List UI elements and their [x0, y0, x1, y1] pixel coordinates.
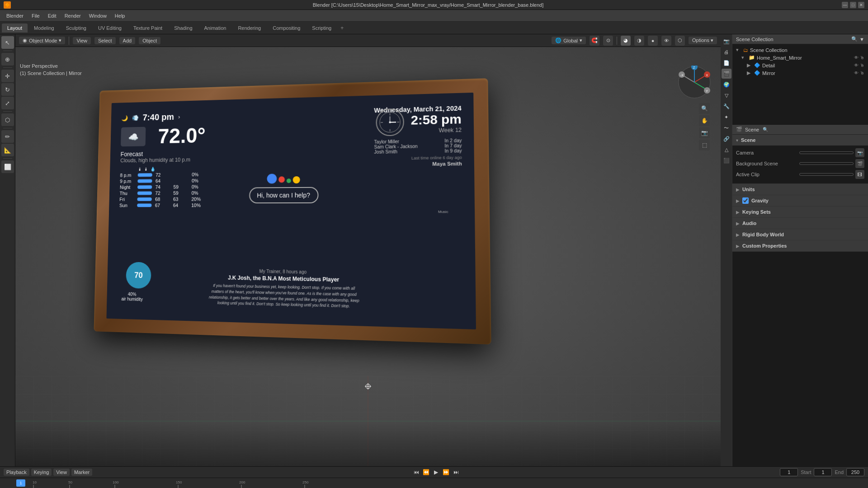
snap-toggle[interactable]: 🧲	[590, 36, 599, 46]
select-tool-button[interactable]: ↖	[1, 36, 14, 49]
play-button[interactable]: ▶	[432, 468, 440, 476]
background-scene-input[interactable]	[799, 162, 854, 165]
tab-rendering[interactable]: Rendering	[232, 23, 266, 33]
tab-compositing[interactable]: Compositing	[267, 23, 306, 33]
gravity-checkbox[interactable]	[742, 197, 749, 204]
transform-tool-button[interactable]: ⬡	[1, 113, 14, 126]
audio-section-header[interactable]: ▶ Audio	[732, 218, 868, 229]
collection-view-button[interactable]: ⬚	[699, 140, 710, 150]
minimize-button[interactable]: —	[842, 2, 848, 8]
move-tool-button[interactable]: ✛	[1, 70, 14, 82]
viewport-shading-material[interactable]: ◑	[634, 36, 644, 46]
modifier-properties-icon[interactable]: 🔧	[722, 101, 731, 111]
object-mode-selector[interactable]: ◉ Object Mode ▾	[19, 37, 65, 44]
maximize-button[interactable]: □	[850, 2, 856, 8]
scale-tool-button[interactable]: ⤢	[1, 97, 14, 109]
rigid-body-world-section-header[interactable]: ▶ Rigid Body World	[732, 229, 868, 240]
constraints-properties-icon[interactable]: 🔗	[722, 134, 731, 144]
3d-cursor[interactable]	[365, 383, 371, 389]
menu-render[interactable]: Render	[61, 12, 85, 19]
physics-properties-icon[interactable]: 〜	[722, 123, 731, 133]
prev-frame-button[interactable]: ⏪	[422, 468, 430, 476]
outliner-detail[interactable]: ▶ 🔷 Detail 👁 🖱	[734, 61, 866, 69]
active-clip-input[interactable]	[799, 173, 854, 176]
tab-sculpting[interactable]: Sculpting	[61, 23, 92, 33]
material-properties-icon[interactable]: ⬛	[722, 155, 731, 165]
tab-layout[interactable]: Layout	[2, 23, 28, 33]
start-frame-input[interactable]: 1	[814, 468, 832, 476]
outliner-search-icon[interactable]: 🔍	[851, 36, 858, 42]
view-menu[interactable]: View	[73, 37, 91, 44]
mirror-visibility[interactable]: 👁 🖱	[854, 70, 864, 75]
outliner-home-smart-mirror[interactable]: ▾ 📁 Home_Smart_Mirror 👁 🖱	[734, 54, 866, 61]
camera-input[interactable]	[799, 151, 854, 154]
viewport-shading-rendered[interactable]: ●	[648, 36, 658, 46]
active-clip-picker-btn[interactable]: 🎞	[855, 170, 864, 179]
playback-menu[interactable]: Playback	[4, 469, 29, 476]
visibility-icons[interactable]: 👁 🖱	[854, 55, 864, 60]
viewport-shading-solid[interactable]: ◕	[621, 36, 631, 46]
marker-menu[interactable]: Marker	[71, 469, 92, 476]
viewport-3d-content[interactable]: User Perspective (1) Scene Collection | …	[15, 47, 721, 466]
transform-global-selector[interactable]: 🌐 Global ▾	[552, 37, 586, 44]
data-properties-icon[interactable]: △	[722, 145, 731, 155]
detail-visibility[interactable]: 👁 🖱	[854, 63, 864, 68]
menu-blender[interactable]: Blender	[3, 12, 27, 19]
camera-picker-btn[interactable]: 📷	[855, 148, 864, 157]
options-menu[interactable]: Options ▾	[689, 37, 717, 44]
add-menu[interactable]: Add	[119, 37, 136, 44]
viewport[interactable]: ◉ Object Mode ▾ View Select Add Object 🌐…	[15, 34, 721, 466]
zoom-viewport-button[interactable]: 🔍	[699, 103, 710, 114]
gravity-section-header[interactable]: ▶ Gravity	[732, 195, 868, 206]
camera-view-button[interactable]: 📷	[699, 127, 710, 138]
menu-edit[interactable]: Edit	[44, 12, 60, 19]
navigation-gizmo[interactable]: X -X Y Z	[678, 66, 712, 99]
rotate-tool-button[interactable]: ↻	[1, 83, 14, 96]
next-frame-button[interactable]: ⏩	[442, 468, 450, 476]
mirror-frame-object[interactable]: 🌙 💨 7:40 pm › ☁️ 72.0°	[85, 83, 481, 336]
end-frame-input[interactable]: 250	[846, 468, 864, 476]
pan-viewport-button[interactable]: ✋	[699, 115, 710, 126]
background-scene-picker-btn[interactable]: 🎬	[855, 159, 864, 168]
tab-shading[interactable]: Shading	[169, 23, 198, 33]
window-controls[interactable]: — □ ✕	[842, 2, 864, 8]
viewport-overlays-toggle[interactable]: 👁	[661, 36, 671, 46]
render-properties-icon[interactable]: 📷	[722, 36, 731, 46]
menu-window[interactable]: Window	[85, 12, 110, 19]
keying-sets-section-header[interactable]: ▶ Keying Sets	[732, 206, 868, 217]
proportional-edit-toggle[interactable]: ⊙	[603, 36, 613, 46]
world-properties-icon[interactable]: 🌍	[722, 80, 731, 89]
outliner-scene-collection[interactable]: ▾ 🗂 Scene Collection	[734, 46, 866, 54]
outliner-filter-icon[interactable]: ▼	[859, 37, 864, 42]
timeline-ruler[interactable]: 1 10 50 100 150 200 250	[0, 478, 868, 488]
keying-menu[interactable]: Keying	[31, 469, 52, 476]
tab-texture-paint[interactable]: Texture Paint	[128, 23, 168, 33]
output-properties-icon[interactable]: 🖨	[722, 47, 731, 57]
tab-uv-editing[interactable]: UV Editing	[93, 23, 127, 33]
view-layer-properties-icon[interactable]: 📄	[722, 58, 731, 68]
particles-properties-icon[interactable]: ✦	[722, 112, 731, 122]
jump-start-button[interactable]: ⏮	[412, 468, 420, 476]
add-tool-button[interactable]: ⬜	[1, 160, 14, 173]
menu-file[interactable]: File	[28, 12, 43, 19]
scene-properties-icon[interactable]: 🎬	[722, 69, 731, 79]
object-menu[interactable]: Object	[139, 37, 160, 44]
outliner-mirror[interactable]: ▶ 🔷 Mirror 👁 🖱	[734, 69, 866, 77]
measure-tool-button[interactable]: 📐	[1, 144, 14, 156]
jump-end-button[interactable]: ⏭	[452, 468, 460, 476]
units-section-header[interactable]: ▶ Units	[732, 184, 868, 195]
search-props-icon[interactable]: 🔍	[763, 127, 768, 132]
annotate-tool-button[interactable]: ✏	[1, 130, 14, 143]
view-menu[interactable]: View	[53, 469, 70, 476]
xray-toggle[interactable]: ⬡	[675, 36, 685, 46]
current-frame-input[interactable]: 1	[780, 468, 798, 476]
custom-properties-section-header[interactable]: ▶ Custom Properties	[732, 240, 868, 251]
scene-section-header[interactable]: ▾ Scene	[732, 135, 868, 145]
object-properties-icon[interactable]: ▽	[722, 90, 731, 100]
select-menu[interactable]: Select	[94, 37, 116, 44]
close-button[interactable]: ✕	[858, 2, 864, 8]
cursor-tool-button[interactable]: ⊕	[1, 53, 14, 66]
add-workspace-button[interactable]: +	[338, 24, 346, 32]
tab-animation[interactable]: Animation	[199, 23, 232, 33]
tab-scripting[interactable]: Scripting	[307, 23, 337, 33]
